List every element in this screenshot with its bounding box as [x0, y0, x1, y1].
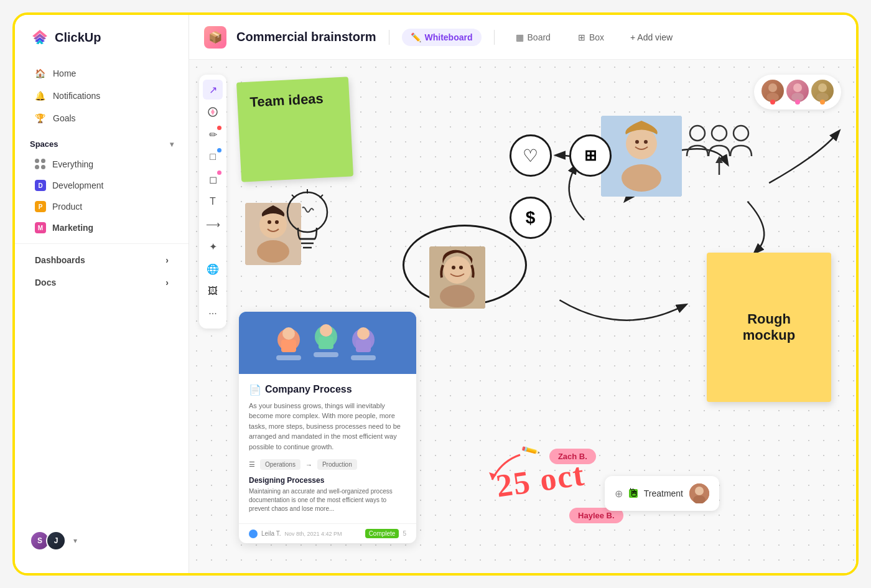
sidebar-item-marketing[interactable]: M Marketing	[20, 217, 184, 238]
tab-box[interactable]: ⊞ Box	[569, 29, 613, 46]
svg-point-18	[622, 164, 661, 192]
spaces-chevron-icon[interactable]: ▾	[170, 140, 174, 149]
sidebar-item-goals[interactable]: 🏆 Goals	[20, 107, 184, 129]
svg-rect-48	[356, 340, 371, 352]
bulb-sketch	[276, 184, 338, 274]
whiteboard-tab-icon: ✏️	[411, 32, 421, 42]
doc-date: Nov 8th, 2021 4:42 PM	[285, 531, 342, 537]
treatment-label: Treatment	[644, 488, 683, 498]
marketing-label: Marketing	[52, 223, 93, 233]
page-title: Commercial brainstorm	[236, 30, 376, 44]
treatment-avatar	[689, 483, 709, 503]
tab-whiteboard[interactable]: ✏️ Whiteboard	[402, 29, 482, 46]
development-dot: D	[35, 180, 46, 191]
doc-tags: ☰ Operations → Production	[249, 459, 406, 470]
treatment-card: ⊕ Treatment	[605, 476, 719, 511]
sidebar-footer: S J ▾	[15, 521, 189, 561]
svg-point-13	[734, 126, 748, 141]
doc-text: As your business grows, things will inev…	[249, 401, 406, 452]
svg-point-17	[626, 128, 657, 159]
person-photo-mid	[429, 246, 485, 309]
svg-rect-50	[314, 352, 338, 357]
sidebar-item-product[interactable]: P Product	[20, 196, 184, 217]
dashboards-chevron-icon: ›	[165, 255, 169, 265]
svg-point-47	[357, 327, 370, 340]
tool-arrow[interactable]: ⟶	[203, 214, 223, 234]
svg-rect-45	[319, 337, 333, 349]
sidebar-bottom: Dashboards › Docs ›	[15, 243, 189, 299]
sidebar: ClickUp 🏠 Home 🔔 Notifications 🏆 Goals S…	[15, 15, 189, 573]
move-icon: ⊕	[615, 488, 623, 500]
doc-section-title: Designing Processes	[249, 476, 406, 485]
trophy-icon: 🏆	[35, 113, 45, 123]
tool-text[interactable]: T	[203, 192, 223, 212]
svg-point-12	[712, 126, 727, 141]
cursor-icon: 🖱	[628, 487, 640, 500]
doc-footer: Leila T. Nov 8th, 2021 4:42 PM Complete …	[239, 523, 416, 543]
svg-point-9	[818, 83, 827, 92]
header-divider	[389, 30, 389, 45]
svg-point-33	[452, 266, 455, 269]
tool-globe[interactable]: 🌐	[203, 259, 223, 279]
marketing-dot: M	[35, 222, 46, 233]
everything-label: Everything	[52, 159, 93, 169]
sidebar-item-everything[interactable]: Everything	[20, 154, 184, 175]
bell-icon: 🔔	[35, 91, 45, 101]
tool-pen[interactable]: ✏	[203, 124, 223, 144]
page-icon: 📦	[204, 26, 226, 49]
doc-tag-prod: Production	[317, 459, 357, 470]
svg-point-7	[793, 83, 802, 92]
sidebar-item-development[interactable]: D Development	[20, 175, 184, 196]
zach-label: Zach B.	[549, 449, 596, 464]
grid-icon	[35, 159, 46, 170]
tool-sticky[interactable]: ◻	[203, 169, 223, 189]
tool-select[interactable]: ↗	[203, 80, 223, 100]
collab-dot-3	[820, 100, 825, 105]
svg-point-41	[282, 327, 295, 340]
doc-author: Leila T.	[261, 530, 281, 537]
doc-header-image	[239, 312, 416, 374]
whiteboard-canvas[interactable]: ↗ ✏ □ ◻ T ⟶ ✦ 🌐	[189, 60, 856, 573]
add-view-label: + Add view	[630, 32, 673, 42]
svg-rect-42	[281, 340, 296, 352]
sticky-note-green: Team ideas	[236, 77, 353, 182]
home-label: Home	[53, 68, 76, 78]
svg-point-5	[768, 83, 777, 92]
svg-point-44	[320, 324, 332, 337]
goals-label: Goals	[53, 113, 76, 123]
sticky-green-text: Team ideas	[249, 90, 337, 111]
svg-point-31	[444, 256, 471, 284]
tab-board[interactable]: ▦ Board	[507, 29, 559, 46]
document-card[interactable]: 📄 Company Process As your business grows…	[239, 312, 416, 544]
complete-badge: Complete	[365, 529, 399, 538]
doc-section-text: Maintaining an accurate and well-organiz…	[249, 487, 406, 513]
docs-chevron-icon: ›	[165, 278, 169, 287]
box-tab-icon: ⊞	[578, 32, 585, 42]
svg-point-20	[644, 140, 648, 144]
add-view-button[interactable]: + Add view	[623, 29, 680, 46]
notifications-label: Notifications	[53, 91, 100, 101]
svg-point-37	[695, 487, 704, 495]
tool-color[interactable]	[203, 102, 223, 122]
header: 📦 Commercial brainstorm ✏️ Whiteboard ▦ …	[189, 15, 856, 60]
tool-shape[interactable]: □	[203, 147, 223, 167]
clickup-logo-icon	[30, 27, 50, 47]
collab-dot-1	[770, 100, 775, 105]
header-divider-2	[494, 30, 495, 45]
icon-circle-heart: ♡	[510, 134, 552, 177]
tool-more[interactable]: ···	[203, 304, 223, 324]
icon-circle-dollar: $	[510, 197, 552, 239]
tool-image[interactable]: 🖼	[203, 281, 223, 301]
sidebar-item-home[interactable]: 🏠 Home	[20, 62, 184, 85]
tool-sparkle[interactable]: ✦	[203, 236, 223, 256]
sidebar-item-notifications[interactable]: 🔔 Notifications	[20, 85, 184, 107]
spaces-label: Spaces	[30, 139, 58, 149]
sidebar-item-dashboards[interactable]: Dashboards ›	[20, 249, 184, 271]
spaces-header: Spaces ▾	[15, 129, 189, 154]
arrow-icon: →	[305, 461, 312, 469]
board-tab-icon: ▦	[516, 32, 524, 42]
svg-point-11	[690, 126, 705, 141]
user-avatars: S J	[30, 531, 66, 551]
footer-chevron-icon[interactable]: ▾	[73, 536, 77, 545]
sidebar-item-docs[interactable]: Docs ›	[20, 271, 184, 294]
